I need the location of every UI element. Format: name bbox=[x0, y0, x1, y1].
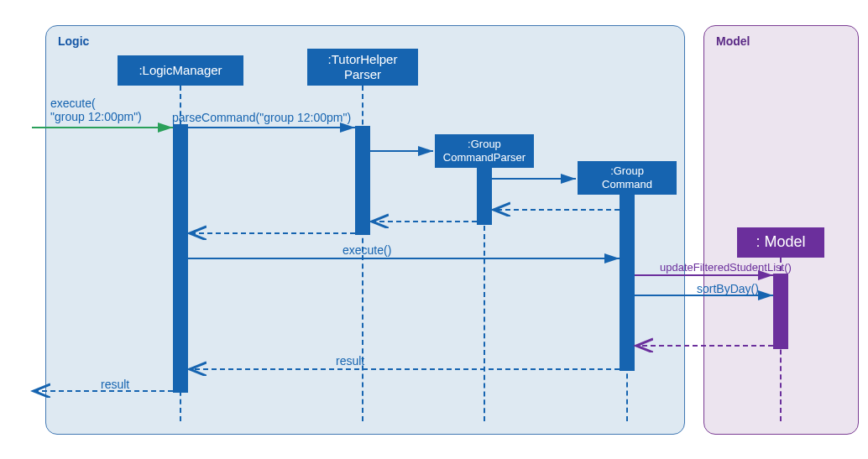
tutor-helper-parser-activation bbox=[355, 126, 370, 235]
execute-label: execute() bbox=[342, 243, 391, 257]
group-command-parser-activation bbox=[477, 168, 492, 225]
external-execute-label: execute( "group 12:00pm") bbox=[50, 96, 142, 123]
group-command-box: :Group Command bbox=[578, 161, 677, 195]
update-filtered-label: updateFilteredStudentList() bbox=[660, 261, 792, 274]
result-outer-label: result bbox=[101, 378, 129, 391]
parse-command-label: parseCommand("group 12:00pm") bbox=[172, 111, 351, 124]
model-frame-label: Model bbox=[716, 34, 846, 48]
sort-by-day-label: sortByDay() bbox=[697, 282, 759, 295]
tutor-helper-parser-label: :TutorHelper Parser bbox=[328, 52, 398, 82]
tutor-helper-parser-box: :TutorHelper Parser bbox=[307, 49, 418, 86]
group-command-activation bbox=[620, 195, 635, 371]
logic-frame-label: Logic bbox=[58, 34, 672, 48]
model-box: : Model bbox=[737, 227, 824, 258]
model-label: : Model bbox=[756, 233, 805, 252]
group-command-label: :Group Command bbox=[602, 164, 652, 190]
group-command-parser-box: :Group CommandParser bbox=[435, 134, 534, 168]
logic-manager-box: :LogicManager bbox=[118, 55, 243, 86]
logic-manager-activation bbox=[173, 124, 188, 393]
logic-manager-label: :LogicManager bbox=[139, 63, 222, 78]
result-inner-label: result bbox=[336, 354, 364, 368]
model-activation bbox=[773, 274, 788, 349]
group-command-parser-label: :Group CommandParser bbox=[443, 138, 526, 164]
